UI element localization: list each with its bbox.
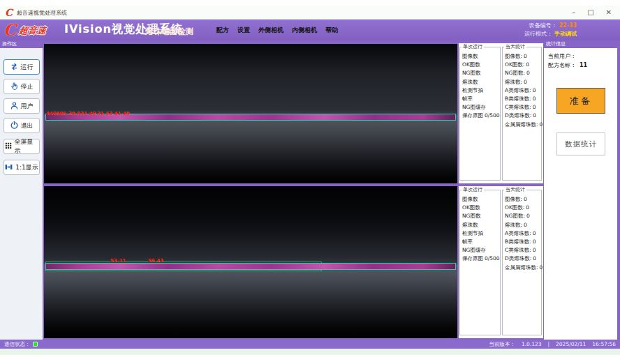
stat-label: 熔珠数:: [505, 222, 522, 228]
stat-value: 0: [533, 255, 536, 261]
user-icon: [10, 101, 19, 112]
single-run-groupbox: 单次运行 图像数OK图数NG图数熔珠数检测节拍帧率NG图缓存保存原图0/500: [459, 190, 501, 335]
stat-label: NG图数:: [505, 70, 525, 76]
stat-label: NG图数: [462, 213, 480, 219]
stat-label: 图像数:: [505, 53, 522, 59]
menu-bar: 配方设置外侧相机内侧相机帮助: [216, 20, 338, 40]
camera-image-bottom: 53.11 56.43: [44, 186, 457, 338]
fullscreen-button-label: 全屏显示: [15, 137, 39, 156]
stat-row: 帧率: [462, 95, 499, 103]
stat-value: 0: [533, 238, 536, 245]
app-logo-icon: C: [5, 7, 13, 18]
groupbox-title: 单次运行: [462, 44, 484, 50]
stat-value: 0: [524, 196, 527, 202]
stat-label: NG图数: [462, 70, 480, 76]
stop-button[interactable]: 停止: [3, 79, 40, 94]
run-icon: [10, 62, 19, 73]
stat-row: 检测节拍: [462, 86, 499, 95]
menu-item[interactable]: 配方: [216, 26, 229, 35]
stat-value: 0: [533, 104, 536, 110]
stat-row: 金属屑熔珠数:0: [505, 264, 540, 272]
menu-item[interactable]: 外侧相机: [258, 26, 283, 35]
stat-value: 0: [526, 61, 529, 68]
stat-label: NG图数:: [505, 213, 525, 219]
data-stats-button[interactable]: 数据统计: [556, 132, 605, 156]
stop-button-label: 停止: [21, 82, 34, 91]
minimize-button[interactable]: –: [572, 8, 575, 16]
stat-label: 金属屑熔珠数:: [505, 121, 538, 128]
stat-label: 图像数: [462, 53, 478, 59]
stat-label: D类熔珠数:: [505, 255, 531, 261]
stat-label: 熔珠数:: [505, 79, 522, 85]
stat-value: 0: [533, 96, 536, 102]
stat-value: 0: [524, 79, 527, 85]
stat-row: OK图数:0: [505, 204, 540, 212]
maximize-button[interactable]: □: [587, 8, 593, 16]
menu-item[interactable]: 帮助: [325, 26, 338, 35]
stat-label: 帧率: [462, 238, 473, 245]
stat-value: 0: [533, 87, 536, 93]
stat-row: B类熔珠数:0: [505, 238, 540, 246]
one-to-one-button[interactable]: 1:1显示: [3, 160, 40, 175]
measurement-annotation: 53.11: [110, 258, 126, 264]
stat-row: 金属屑熔珠数:0: [505, 121, 540, 129]
stat-row: A类熔珠数:0: [505, 86, 540, 95]
menu-item[interactable]: 内侧相机: [292, 26, 317, 35]
operations-sidebar: 操作区 运行 停止 用户 退出: [0, 40, 43, 340]
stat-label: 金属屑熔珠数:: [505, 264, 538, 271]
stat-row: 保存原图0/500: [462, 255, 499, 263]
stat-row: 图像数: [462, 52, 499, 61]
stat-value: 0: [540, 121, 543, 128]
stat-label: NG图缓存: [462, 104, 486, 110]
stat-label: 图像数:: [505, 196, 522, 202]
measurement-annotation: 56.43: [148, 258, 163, 264]
stat-label: C类熔珠数:: [505, 247, 531, 253]
single-run-groupbox: 单次运行 图像数OK图数NG图数熔珠数检测节拍帧率NG图缓存保存原图0/500: [459, 47, 501, 181]
brand-logo-icon: C: [3, 20, 16, 39]
close-button[interactable]: ✕: [606, 8, 612, 16]
stat-row: NG图数: [462, 69, 499, 77]
stat-row: 图像数: [462, 195, 499, 204]
stat-value: 0: [540, 264, 543, 271]
run-button[interactable]: 运行: [3, 59, 40, 75]
fullscreen-button[interactable]: 全屏显示: [3, 139, 40, 154]
user-button-label: 用户: [21, 102, 34, 111]
window-bottom-edge: [0, 349, 620, 355]
stat-row: NG图数:0: [505, 212, 540, 220]
exit-button[interactable]: 退出: [3, 118, 40, 133]
prepare-button[interactable]: 准备: [556, 88, 605, 114]
stat-label: C类熔珠数:: [505, 104, 531, 110]
stat-row: 熔珠数: [462, 78, 499, 86]
stat-row: NG图缓存: [462, 103, 499, 112]
stat-row: 保存原图0/500: [462, 112, 499, 120]
stat-label: 熔珠数: [462, 79, 478, 85]
brand-name: 超音速: [18, 24, 47, 37]
comm-status-label: 通信状态：: [4, 341, 31, 348]
stat-row: 帧率: [462, 238, 499, 246]
stat-label: B类熔珠数:: [505, 96, 531, 102]
stat-value: 0: [533, 247, 536, 253]
camera-image-top: 440805.39.031.49 31.53 41.49: [44, 44, 457, 183]
stat-row: NG图缓存: [462, 246, 499, 255]
stat-row: C类熔珠数:0: [505, 103, 540, 112]
stat-label: 图像数: [462, 196, 478, 202]
stat-label: 保存原图: [462, 255, 483, 261]
one-to-one-icon: [4, 162, 13, 173]
groupbox-title: 当天统计: [504, 44, 526, 50]
stat-row: OK图数: [462, 61, 499, 69]
stat-label: 帧率: [462, 96, 473, 102]
user-button[interactable]: 用户: [3, 98, 40, 114]
stat-label: 熔珠数: [462, 222, 478, 228]
recipe-name-value: 11: [580, 62, 587, 68]
stats-section-top: 单次运行 图像数OK图数NG图数熔珠数检测节拍帧率NG图缓存保存原图0/500 …: [459, 43, 543, 183]
run-button-label: 运行: [21, 63, 34, 72]
comm-status-indicator: [33, 342, 38, 347]
stat-label: OK图数:: [505, 204, 524, 211]
stat-row: C类熔珠数:0: [505, 246, 540, 255]
exit-button-label: 退出: [21, 121, 34, 130]
detected-strip-overlay: [45, 263, 456, 270]
menu-item[interactable]: 设置: [237, 26, 250, 35]
stat-value: 0: [526, 213, 530, 219]
stat-label: 检测节拍: [462, 87, 483, 93]
groupbox-title: 单次运行: [462, 187, 484, 193]
